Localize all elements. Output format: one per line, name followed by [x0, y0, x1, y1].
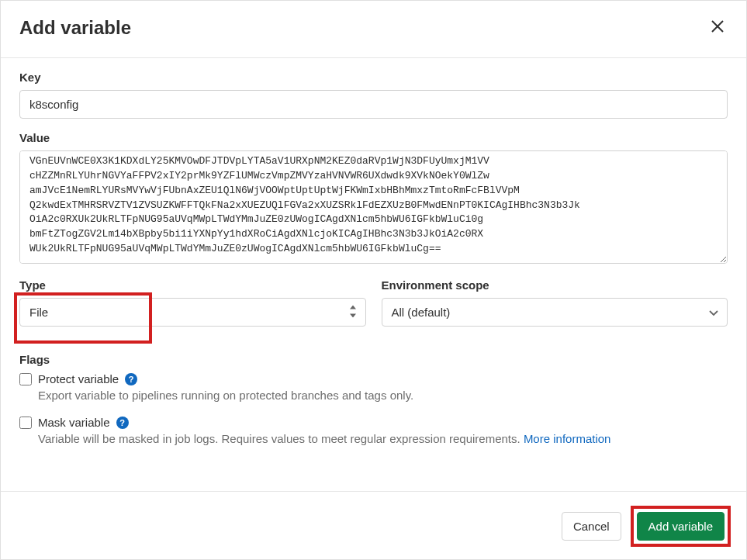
- value-textarea[interactable]: VGnEUVnWCE0X3K1KDXdLY25KMVOwDFJTDVpLYTA5…: [19, 150, 728, 264]
- scope-select[interactable]: All (default): [382, 298, 728, 327]
- mask-row: Mask variable ?: [19, 416, 728, 429]
- modal-body: Key Value VGnEUVnWCE0X3K1KDXdLY25KMVOwDF…: [1, 58, 746, 491]
- type-label: Type: [19, 278, 366, 292]
- type-scope-row: Type File Environment scope All (default…: [19, 278, 728, 339]
- help-icon[interactable]: ?: [116, 417, 129, 429]
- protect-row: Protect variable ?: [19, 372, 728, 385]
- protect-checkbox[interactable]: [19, 373, 32, 385]
- protect-desc: Export variable to pipelines running on …: [38, 389, 728, 402]
- cancel-button[interactable]: Cancel: [562, 512, 621, 541]
- type-select[interactable]: File: [19, 298, 366, 327]
- help-icon[interactable]: ?: [125, 373, 137, 385]
- type-group: Type File: [19, 278, 366, 327]
- mask-checkbox[interactable]: [19, 417, 32, 429]
- flags-label: Flags: [19, 353, 728, 366]
- key-label: Key: [19, 71, 728, 84]
- flags-section: Flags Protect variable ? Export variable…: [19, 353, 728, 445]
- add-variable-modal: Add variable Key Value VGnEUVnWCE0X3K1KD…: [0, 0, 747, 560]
- modal-footer: Cancel Add variable: [1, 491, 746, 559]
- mask-label[interactable]: Mask variable: [38, 416, 110, 429]
- mask-desc: Variable will be masked in job logs. Req…: [38, 432, 728, 445]
- protect-label[interactable]: Protect variable: [38, 372, 119, 385]
- mask-item: Mask variable ? Variable will be masked …: [19, 416, 728, 445]
- type-select-wrapper: File: [19, 298, 366, 327]
- scope-label: Environment scope: [382, 278, 728, 292]
- close-button[interactable]: [707, 16, 728, 39]
- protect-item: Protect variable ? Export variable to pi…: [19, 372, 728, 402]
- value-group: Value VGnEUVnWCE0X3K1KDXdLY25KMVOwDFJTDV…: [19, 131, 728, 266]
- mask-desc-text: Variable will be masked in job logs. Req…: [38, 432, 524, 445]
- key-group: Key: [19, 71, 728, 119]
- scope-select-wrapper: All (default): [382, 298, 728, 327]
- close-icon: [711, 19, 725, 36]
- add-variable-button[interactable]: Add variable: [637, 512, 725, 541]
- key-input[interactable]: [19, 90, 728, 119]
- modal-header: Add variable: [1, 1, 746, 58]
- scope-group: Environment scope All (default): [382, 278, 728, 327]
- modal-title: Add variable: [19, 17, 131, 39]
- submit-highlight: Add variable: [632, 507, 729, 545]
- value-label: Value: [19, 131, 728, 144]
- more-info-link[interactable]: More information: [524, 432, 611, 445]
